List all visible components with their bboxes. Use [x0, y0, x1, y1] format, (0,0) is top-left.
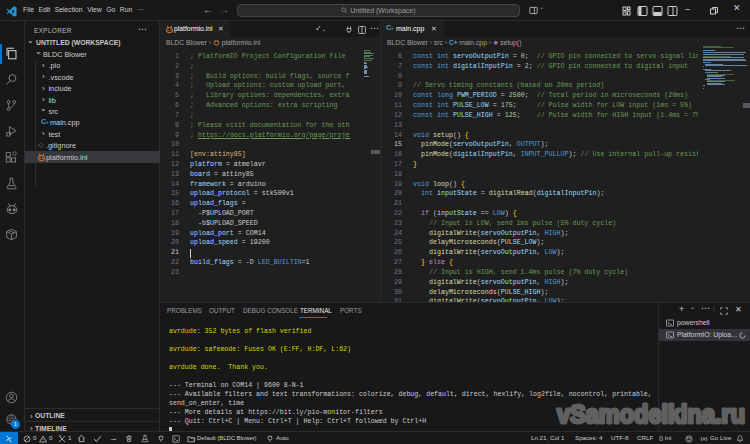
svg-text:vSamodelkina.ru: vSamodelkina.ru: [557, 400, 745, 428]
